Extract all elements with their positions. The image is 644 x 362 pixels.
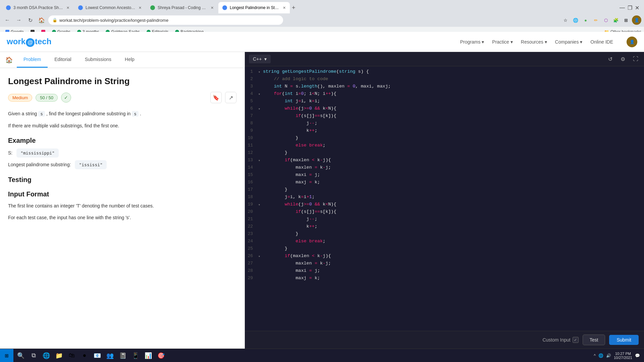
taskbar-chevron[interactable]: ^ <box>594 353 596 358</box>
tab-close-3[interactable]: ✕ <box>211 6 214 10</box>
extension-icon-1[interactable]: 🌐 <box>572 16 580 24</box>
line-content: maxj = k; <box>263 276 320 281</box>
tab-problem[interactable]: Problem <box>17 52 48 68</box>
back-button[interactable]: ← <box>3 15 12 25</box>
taskbar-store[interactable]: 🛍 <box>66 350 78 362</box>
fold-arrow <box>258 217 263 218</box>
fold-arrow[interactable]: ▾ <box>258 253 263 258</box>
extension-icon-3[interactable]: ✏ <box>592 16 600 24</box>
taskbar-explorer[interactable]: 📁 <box>53 350 65 362</box>
test-button[interactable]: Test <box>583 335 605 345</box>
tab-close-1[interactable]: ✕ <box>66 6 69 10</box>
start-button[interactable]: ⊞ <box>0 349 13 362</box>
tab-favicon-4 <box>222 5 227 10</box>
fold-arrow[interactable]: ▾ <box>258 106 263 111</box>
forward-button[interactable]: → <box>14 15 23 25</box>
taskbar-time[interactable]: 10:27 PM 10/27/2021 <box>614 352 632 360</box>
nav-programs[interactable]: Programs ▾ <box>460 39 484 45</box>
taskbar-app2[interactable]: 📊 <box>142 350 154 362</box>
nav-companies[interactable]: Companies ▾ <box>555 39 583 45</box>
line-content: if(maxlen < k-j){ <box>263 158 331 163</box>
browser-tab-3[interactable]: Shreya Prasad - Coding Profile ✕ <box>146 2 218 13</box>
line-content: while(j>=0 && k<N){ <box>263 106 336 111</box>
problem-description-1: Given a string s , find the longest pali… <box>8 110 236 118</box>
taskbar-date: 10/27/2021 <box>614 356 632 360</box>
nav-resources[interactable]: Resources ▾ <box>521 39 547 45</box>
taskbar-mail[interactable]: 📧 <box>91 350 103 362</box>
extensions-button[interactable]: 🧩 <box>612 16 620 24</box>
taskbar-notification[interactable]: 💬 <box>635 353 640 358</box>
bookmark-star-icon[interactable]: ☆ <box>561 16 570 24</box>
fold-arrow <box>258 113 263 114</box>
bookmark-icon[interactable]: 🔖 <box>210 92 222 103</box>
nav-online-ide[interactable]: Online IDE <box>590 39 613 45</box>
custom-input-label-text: Custom Input <box>542 337 570 343</box>
code-editor[interactable]: 1▾string getLongestPalindrome(string s) … <box>245 66 644 331</box>
share-icon[interactable]: ↗ <box>225 92 236 103</box>
fullscreen-tool[interactable]: ⛶ <box>631 55 640 63</box>
address-field[interactable]: 🔒 workat.tech/problem-solving/practice/l… <box>48 15 283 25</box>
browser-avatar[interactable]: 👤 <box>632 15 641 25</box>
minimize-button[interactable]: — <box>620 5 625 11</box>
tab-submissions[interactable]: Submissions <box>78 52 118 68</box>
custom-input-checkbox[interactable]: ✓ <box>573 337 579 343</box>
browser-tab-4[interactable]: Longest Palindrome in String | P... ✕ <box>218 2 290 13</box>
settings-tool[interactable]: ⚙ <box>619 55 627 63</box>
window-controls: — ❐ ✕ <box>620 5 642 11</box>
profile-icon[interactable]: ⊞ <box>622 16 630 24</box>
fold-arrow <box>258 276 263 277</box>
fold-arrow[interactable]: ▾ <box>258 202 263 207</box>
extension-icon-2[interactable]: ● <box>582 16 590 24</box>
tab-favicon-3 <box>150 5 155 10</box>
close-button[interactable]: ✕ <box>635 5 639 11</box>
home-icon[interactable]: 🏠 <box>5 56 13 64</box>
inline-code-s1: s <box>38 111 45 117</box>
fold-arrow[interactable]: ▾ <box>258 69 263 74</box>
tab-close-2[interactable]: ✕ <box>139 6 142 10</box>
line-number: 27 <box>246 261 258 266</box>
taskbar-teams[interactable]: 👥 <box>104 350 116 362</box>
user-avatar[interactable]: 👤 <box>627 37 637 47</box>
line-number: 3 <box>246 84 258 89</box>
problem-title: Longest Palindrome in String <box>8 76 236 86</box>
fold-arrow <box>258 165 263 166</box>
code-line: 22 k++; <box>245 224 644 231</box>
example-result-value: "ississi" <box>75 160 106 169</box>
nav-practice[interactable]: Practice ▾ <box>492 39 513 45</box>
line-number: 7 <box>246 113 258 118</box>
taskbar-app3[interactable]: 🎯 <box>155 350 167 362</box>
submit-button[interactable]: Submit <box>609 335 639 345</box>
new-tab-button[interactable]: + <box>292 4 296 11</box>
code-line: 15 maxi = j; <box>245 172 644 180</box>
reload-button[interactable]: ↻ <box>25 15 35 25</box>
line-content: k++; <box>263 128 317 133</box>
solved-badge: ✓ <box>61 93 71 103</box>
browser-tab-2[interactable]: Lowest Common Ancestor in BST... ✕ <box>74 2 146 13</box>
taskbar-app1[interactable]: 📱 <box>129 350 142 362</box>
taskbar-task-view[interactable]: ⧉ <box>28 350 40 362</box>
home-nav-button[interactable]: 🏠 <box>37 15 46 25</box>
line-number: 15 <box>246 172 258 177</box>
taskbar-network: 🌐 <box>598 353 603 358</box>
tab-help[interactable]: Help <box>118 52 141 68</box>
fold-arrow <box>258 150 263 151</box>
line-content: else break; <box>263 143 325 148</box>
taskbar-search[interactable]: 🔍 <box>15 350 27 362</box>
fold-arrow[interactable]: ▾ <box>258 158 263 163</box>
language-selector[interactable]: C++ ▾ <box>249 55 271 63</box>
example-s-line: S: "mississippi" <box>8 148 236 158</box>
line-content: maxi = j; <box>263 268 320 273</box>
line-content: } <box>263 231 298 236</box>
tab-editorial[interactable]: Editorial <box>48 52 78 68</box>
taskbar-onenote[interactable]: 📓 <box>117 350 129 362</box>
undo-tool[interactable]: ↺ <box>606 55 614 63</box>
taskbar: ⊞ 🔍 ⧉ 🌐 📁 🛍 ● 📧 👥 📓 📱 📊 🎯 ^ 🌐 🔊 10:27 PM… <box>0 349 644 362</box>
maximize-button[interactable]: ❐ <box>628 5 632 11</box>
extension-icon-4[interactable]: ⬡ <box>602 16 610 24</box>
taskbar-chrome[interactable]: ● <box>78 350 91 362</box>
taskbar-edge[interactable]: 🌐 <box>40 350 52 362</box>
browser-tab-1[interactable]: 3 month DSA Practice Sheet - Im... ✕ <box>2 2 73 13</box>
fold-arrow[interactable]: ▾ <box>258 91 263 96</box>
line-content: int j=i, k=i; <box>263 99 320 104</box>
tab-close-4[interactable]: ✕ <box>283 6 286 10</box>
